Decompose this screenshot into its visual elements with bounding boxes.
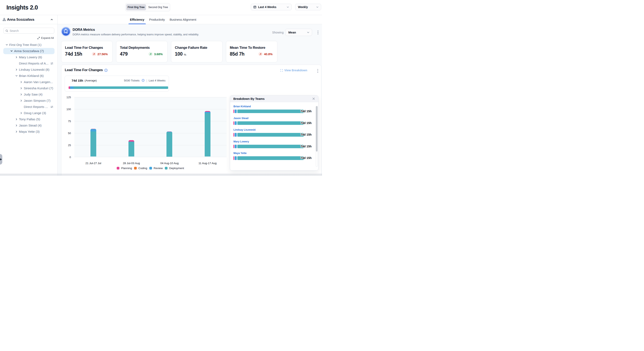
tree-item-first-org-tree-root[interactable]: First Org Tree Root (1) — [3, 42, 54, 48]
metric-card-value-row: 74d 15h27.56% — [65, 51, 108, 57]
tree-item-aaron-van-langen[interactable]: Aaron Van Langen... — [3, 79, 54, 85]
tree-item-label: Mary Lowery (6) — [19, 55, 42, 59]
chevron-down-icon[interactable] — [10, 50, 13, 52]
tree-item-doug-lange[interactable]: Doug Lange (3) — [3, 110, 54, 116]
view-breakdown-button[interactable]: View Breakdown — [280, 69, 307, 72]
metric-card-value: 100 — [175, 51, 182, 57]
breakdown-panel: Breakdown By Teams Brian Kirkland74d 15h… — [230, 95, 318, 171]
legend-label: Coding — [138, 167, 147, 170]
team-name-link[interactable]: Brian Kirkland — [234, 105, 304, 108]
metric-card-title: Lead Time For Changes — [65, 46, 109, 50]
chevron-right-icon[interactable] — [20, 99, 23, 102]
org-tree: First Org Tree Root (1)Anna Scozzafava (… — [3, 42, 54, 135]
team-name-link[interactable]: Mary Lowery — [234, 140, 304, 143]
tree-item-anna-scozzafava[interactable]: Anna Scozzafava (7) — [3, 48, 54, 54]
team-bar-segment-deployment — [237, 133, 304, 137]
org-tree-tab-second[interactable]: Second Org Tree — [147, 4, 169, 10]
tree-item-direct-reports[interactable]: Direct Reports ... — [3, 104, 54, 110]
tree-item-label: Sireesha Kunduri (7) — [24, 86, 53, 90]
tree-item-direct-reports-of-a[interactable]: Direct Reports of A... — [3, 60, 54, 67]
separator: | — [146, 79, 147, 82]
legend-item-planning[interactable]: Planning — [117, 167, 132, 170]
bar-28-jul-03-aug[interactable] — [128, 140, 134, 157]
tree-item-label: Brian Kirkland (6) — [19, 74, 44, 78]
team-bar-segment-planning — [234, 121, 234, 125]
tree-item-tony-pallas[interactable]: Tony Pallas (5) — [3, 116, 54, 122]
sliders-icon[interactable] — [50, 105, 53, 108]
tree-item-judy-saw[interactable]: Judy Saw (4) — [3, 91, 54, 98]
tree-item-sireesha-kunduri[interactable]: Sireesha Kunduri (7) — [3, 85, 54, 91]
bar-11-aug-17-aug[interactable] — [205, 111, 210, 157]
legend-chip-coding — [134, 167, 137, 170]
legend-item-review[interactable]: Review — [149, 167, 163, 170]
showing-select[interactable]: Mean — [285, 29, 312, 36]
scrollbar-thumb[interactable] — [316, 106, 318, 152]
tree-item-jason-stead[interactable]: Jason Stead (4) — [3, 122, 54, 129]
chevron-right-icon[interactable] — [15, 118, 18, 121]
tab-efficiency[interactable]: Efficiency — [128, 15, 146, 24]
metric-card-lead-time-for-changes: Lead Time For Changes74d 15h27.56% — [61, 41, 112, 63]
chevron-right-icon[interactable] — [20, 81, 23, 83]
tree-item-label: First Org Tree Root (1) — [9, 43, 42, 47]
tree-item-lindsay-liszewski[interactable]: Lindsay Liszewski (8) — [3, 67, 54, 73]
tab-productivity[interactable]: Productivity — [148, 15, 166, 24]
chevron-right-icon[interactable] — [15, 68, 18, 71]
summary-bar-segment-deployment — [74, 86, 168, 89]
granularity-select-value: Weekly — [298, 5, 308, 9]
main-content: EfficiencyProductivityBusiness Alignment… — [58, 15, 322, 176]
metric-cards-row: Lead Time For Changes74d 15h27.56%Total … — [61, 41, 278, 63]
org-tree-tab-first[interactable]: First Org Tree — [126, 4, 146, 10]
chevron-right-icon[interactable] — [20, 87, 23, 90]
tree-item-brian-kirkland[interactable]: Brian Kirkland (6) — [3, 73, 54, 79]
org-tree-segmented-control: First Org Tree Second Org Tree — [125, 3, 170, 11]
dora-kebab-menu[interactable] — [317, 30, 319, 35]
tab-business-alignment[interactable]: Business Alignment — [168, 15, 198, 24]
sliders-icon[interactable] — [50, 62, 53, 65]
tab-list: EfficiencyProductivityBusiness Alignment — [128, 15, 198, 24]
team-name-link[interactable]: Jason Stead — [234, 117, 304, 120]
legend-item-coding[interactable]: Coding — [134, 167, 147, 170]
chart-plot-area — [74, 97, 227, 157]
bar-04-aug-10-aug[interactable] — [166, 132, 172, 157]
period-select[interactable]: Last 4 Weeks — [251, 4, 292, 10]
team-value: 74d 15h — [300, 133, 312, 136]
bar-21-jul-27-jul[interactable] — [90, 129, 96, 157]
main-body: DORA Metrics DORA metrics measure softwa… — [58, 24, 322, 176]
granularity-select[interactable]: Weekly — [295, 4, 321, 10]
lead-time-kebab-menu[interactable] — [317, 68, 319, 74]
chevron-up-icon[interactable] — [50, 18, 53, 21]
drawer-handle[interactable] — [0, 154, 2, 165]
info-icon[interactable] — [142, 79, 144, 82]
chevron-right-icon[interactable] — [15, 56, 18, 59]
team-stacked-bar — [234, 145, 304, 148]
search-input[interactable] — [10, 29, 52, 33]
team-row-mary-lowery: Mary Lowery74d 15h — [234, 140, 304, 148]
chevron-right-icon[interactable] — [15, 124, 18, 127]
tree-item-maya-yette[interactable]: Maya Yette (3) — [3, 129, 54, 135]
tree-item-jason-simpson[interactable]: Jason Simpson (7) — [3, 98, 54, 104]
chevron-right-icon[interactable] — [15, 130, 18, 133]
team-name-link[interactable]: Lindsay Liszewski — [234, 128, 304, 131]
y-axis-label: 50 — [63, 132, 71, 135]
tree-item-label: Maya Yette (3) — [19, 130, 40, 134]
x-axis-label: 21 Jul-27 Jul — [85, 162, 101, 165]
team-bar-segment-planning — [234, 133, 234, 137]
team-bar-segment-review — [235, 121, 237, 125]
chevron-right-icon[interactable] — [20, 112, 23, 114]
info-icon[interactable] — [104, 69, 108, 72]
tree-item-label: Tony Pallas (5) — [19, 117, 40, 121]
team-value: 74d 15h — [300, 121, 312, 125]
view-breakdown-icon — [280, 69, 283, 72]
chevron-down-icon[interactable] — [15, 75, 18, 77]
chevron-down-icon[interactable] — [5, 44, 8, 46]
legend-item-deployment[interactable]: Deployment — [165, 167, 184, 170]
metric-card-total-deployments: Total Deployments4793.68% — [116, 41, 168, 63]
tree-item-mary-lowery[interactable]: Mary Lowery (6) — [3, 54, 54, 60]
tree-item-label: Jason Stead (4) — [19, 124, 42, 127]
summary-bar-segment-review — [70, 86, 74, 89]
team-name-link[interactable]: Maya Yette — [234, 152, 304, 155]
close-icon[interactable] — [312, 97, 316, 101]
bar-segment-deployment — [166, 132, 172, 156]
expand-all-button[interactable]: Expand All — [38, 36, 54, 40]
chevron-right-icon[interactable] — [20, 93, 23, 96]
